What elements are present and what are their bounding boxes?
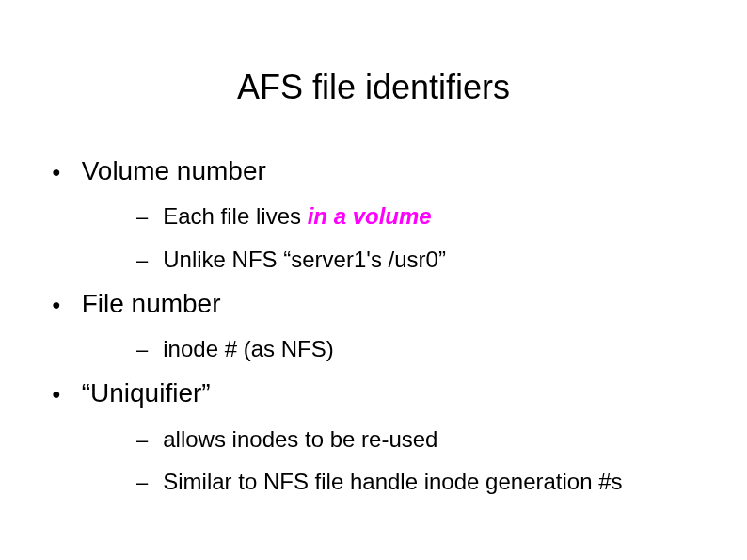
list-item-row: ● File number (52, 287, 709, 321)
list-item: ● “Uniquifier” – allows inodes to be re-… (52, 376, 709, 496)
sublist: – allows inodes to be re-used – Similar … (52, 424, 709, 496)
list-item: – Similar to NFS file handle inode gener… (136, 467, 709, 496)
text-run: Each file lives (163, 203, 307, 229)
outline-list: ● Volume number – Each file lives in a v… (52, 154, 709, 496)
list-item-text: Similar to NFS file handle inode generat… (163, 467, 622, 496)
list-item: – inode # (as NFS) (136, 334, 709, 363)
list-item-row: ● Volume number (52, 154, 709, 188)
list-item: ● File number – inode # (as NFS) (52, 287, 709, 364)
sublist: – inode # (as NFS) (52, 334, 709, 363)
list-item-row: ● “Uniquifier” (52, 376, 709, 410)
list-item: ● Volume number – Each file lives in a v… (52, 154, 709, 274)
list-item-text: “Uniquifier” (82, 376, 211, 410)
list-item: – Unlike NFS “server1's /usr0” (136, 245, 709, 274)
slide-content: ● Volume number – Each file lives in a v… (0, 154, 747, 496)
bullet-icon: ● (52, 297, 61, 312)
bullet-icon: ● (52, 165, 61, 180)
list-item-text: Unlike NFS “server1's /usr0” (163, 245, 446, 274)
list-item-text: allows inodes to be re-used (163, 424, 437, 454)
text-run: allows inodes to be re-used (163, 426, 437, 452)
list-item-text: Each file lives in a volume (163, 201, 431, 231)
text-run: Unlike NFS “server1's /usr0” (163, 247, 446, 272)
list-item: – allows inodes to be re-used (136, 424, 709, 454)
list-item-text: File number (82, 287, 221, 321)
slide-title: AFS file identifiers (0, 0, 747, 145)
sublist: – Each file lives in a volume – Unlike N… (52, 201, 709, 273)
dash-icon: – (136, 250, 148, 271)
dash-icon: – (136, 430, 148, 451)
slide: AFS file identifiers ● Volume number – E… (0, 0, 747, 560)
dash-icon: – (136, 472, 148, 493)
text-run: Similar to NFS file handle inode generat… (163, 469, 622, 494)
bullet-icon: ● (52, 387, 61, 402)
list-item-text: inode # (as NFS) (163, 334, 333, 363)
list-item-text: Volume number (82, 154, 266, 188)
dash-icon: – (136, 340, 148, 360)
emphasis-text: in a volume (308, 203, 432, 229)
dash-icon: – (136, 207, 148, 228)
text-run: inode # (as NFS) (163, 336, 333, 361)
list-item: – Each file lives in a volume (136, 201, 709, 231)
